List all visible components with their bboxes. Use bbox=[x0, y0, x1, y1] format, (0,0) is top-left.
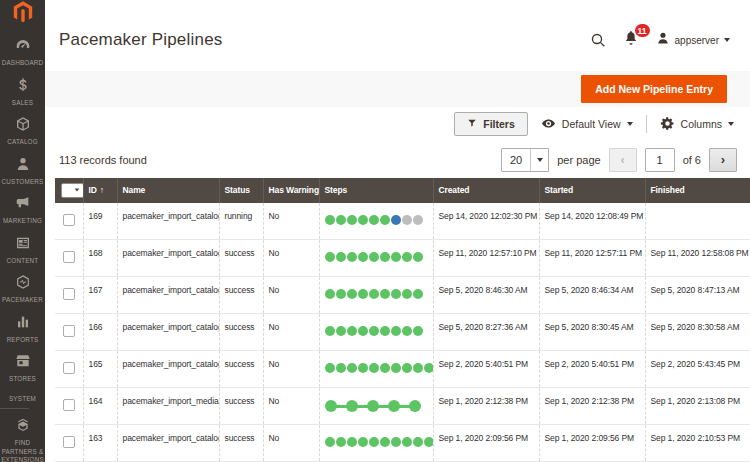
sidebar-item-reports[interactable]: REPORTS bbox=[0, 309, 45, 349]
step-dot-green bbox=[358, 326, 368, 336]
cell-select bbox=[55, 425, 83, 462]
table-row[interactable]: 165pacemaker_import_catalogsuccessNoSep … bbox=[55, 351, 750, 388]
step-dot-green bbox=[325, 437, 335, 447]
table-row[interactable]: 164pacemaker_import_mediasuccessNoSep 1,… bbox=[55, 388, 750, 425]
step-dot-green bbox=[347, 252, 357, 262]
view-control[interactable]: Default View bbox=[541, 116, 633, 133]
select-all-dropdown[interactable] bbox=[61, 183, 83, 198]
view-label: Default View bbox=[562, 118, 621, 130]
cell-steps bbox=[319, 314, 433, 351]
reports-icon bbox=[15, 314, 31, 334]
cell-select bbox=[55, 203, 83, 240]
select-all-column-header[interactable] bbox=[55, 178, 83, 203]
sidebar-item-label: STORES bbox=[9, 375, 36, 384]
cell-id: 166 bbox=[83, 314, 117, 351]
column-header-steps[interactable]: Steps bbox=[319, 178, 433, 203]
step-dot-green bbox=[325, 252, 335, 262]
sidebar-item-label: SYSTEM bbox=[9, 395, 36, 404]
content-icon bbox=[15, 235, 31, 255]
sidebar-item-customers[interactable]: CUSTOMERS bbox=[0, 151, 45, 191]
cell-steps bbox=[319, 277, 433, 314]
sidebar-item-sales[interactable]: SALES bbox=[0, 72, 45, 112]
action-bar: Add New Pipeline Entry bbox=[45, 71, 750, 107]
prev-page-button[interactable]: ‹ bbox=[609, 148, 637, 172]
catalog-icon bbox=[15, 116, 31, 136]
sidebar-item-content[interactable]: CONTENT bbox=[0, 230, 45, 270]
cell-id: 167 bbox=[83, 277, 117, 314]
step-dot-green bbox=[369, 215, 379, 225]
step-dot-green bbox=[380, 326, 390, 336]
cell-id: 165 bbox=[83, 351, 117, 388]
column-header-created[interactable]: Created bbox=[433, 178, 539, 203]
step-dot-green bbox=[424, 363, 434, 373]
sidebar-item-find-partners-extensions[interactable]: FIND PARTNERS & EXTENSIONS bbox=[0, 412, 45, 462]
row-checkbox[interactable] bbox=[63, 362, 75, 374]
step-dot-green bbox=[413, 289, 423, 299]
current-page-input[interactable] bbox=[645, 148, 675, 172]
column-header-status[interactable]: Status bbox=[219, 178, 263, 203]
user-menu[interactable]: appserver bbox=[656, 31, 730, 49]
magento-logo[interactable] bbox=[0, 0, 45, 28]
add-new-pipeline-entry-button[interactable]: Add New Pipeline Entry bbox=[581, 75, 727, 103]
sidebar-item-stores[interactable]: STORES bbox=[0, 348, 45, 388]
cell-has-warning: No bbox=[263, 388, 319, 425]
sidebar-item-marketing[interactable]: MARKETING bbox=[0, 190, 45, 230]
row-checkbox[interactable] bbox=[63, 325, 75, 337]
column-header-started[interactable]: Started bbox=[539, 178, 645, 203]
dashboard-icon bbox=[15, 37, 31, 57]
main-content: Pacemaker Pipelines 11 appserver Add New… bbox=[45, 0, 750, 462]
column-header-id[interactable]: ID↑ bbox=[83, 178, 117, 203]
step-dot-green bbox=[369, 326, 379, 336]
row-checkbox[interactable] bbox=[63, 214, 75, 226]
sidebar-item-label: MARKETING bbox=[3, 217, 42, 226]
column-header-has-warning[interactable]: Has Warning bbox=[263, 178, 319, 203]
cell-created: Sep 1, 2020 2:12:38 PM bbox=[433, 388, 539, 425]
table-row[interactable]: 166pacemaker_import_catalogsuccessNoSep … bbox=[55, 314, 750, 351]
steps-indicator bbox=[325, 437, 428, 447]
table-row[interactable]: 163pacemaker_import_catalogsuccessNoSep … bbox=[55, 425, 750, 462]
sidebar-nav: DASHBOARDSALESCATALOGCUSTOMERSMARKETINGC… bbox=[0, 32, 45, 462]
cell-created: Sep 5, 2020 8:46:30 AM bbox=[433, 277, 539, 314]
sidebar-item-system[interactable]: SYSTEM bbox=[0, 388, 45, 408]
cell-has-warning: No bbox=[263, 277, 319, 314]
step-dot-green bbox=[325, 326, 335, 336]
sidebar-item-label: CONTENT bbox=[7, 257, 39, 266]
step-dot-green bbox=[336, 289, 346, 299]
sidebar-item-dashboard[interactable]: DASHBOARD bbox=[0, 32, 45, 72]
step-dot-green bbox=[424, 437, 434, 447]
table-row[interactable]: 168pacemaker_import_catalogsuccessNoSep … bbox=[55, 240, 750, 277]
toolbar-divider bbox=[646, 115, 647, 133]
step-dot-green bbox=[336, 215, 346, 225]
column-header-name[interactable]: Name bbox=[117, 178, 219, 203]
cell-finished: Sep 5, 2020 8:30:58 AM bbox=[645, 314, 750, 351]
next-page-button[interactable]: › bbox=[709, 148, 737, 172]
column-header-finished[interactable]: Finished bbox=[645, 178, 750, 203]
search-icon[interactable] bbox=[590, 32, 606, 48]
step-dot-green bbox=[358, 363, 368, 373]
filters-button[interactable]: Filters bbox=[454, 112, 528, 136]
step-dot-green bbox=[413, 326, 423, 336]
row-checkbox[interactable] bbox=[63, 251, 75, 263]
sort-asc-icon: ↑ bbox=[100, 185, 104, 195]
step-dot-green bbox=[402, 326, 412, 336]
row-checkbox[interactable] bbox=[63, 288, 75, 300]
table-row[interactable]: 167pacemaker_import_catalogsuccessNoSep … bbox=[55, 277, 750, 314]
cell-steps bbox=[319, 425, 433, 462]
sidebar-item-pacemaker[interactable]: PACEMAKER bbox=[0, 269, 45, 309]
steps-indicator bbox=[325, 326, 428, 336]
cell-finished: Sep 5, 2020 8:47:13 AM bbox=[645, 277, 750, 314]
header-actions: 11 appserver bbox=[590, 30, 730, 50]
notifications-button[interactable]: 11 bbox=[623, 30, 639, 50]
table-row[interactable]: 169pacemaker_import_catalogrunningNoSep … bbox=[55, 203, 750, 240]
cell-started: Sep 2, 2020 5:40:51 PM bbox=[539, 351, 645, 388]
sidebar-item-catalog[interactable]: CATALOG bbox=[0, 111, 45, 151]
cell-started: Sep 11, 2020 12:57:11 PM bbox=[539, 240, 645, 277]
per-page-select[interactable]: 20 bbox=[501, 148, 549, 172]
row-checkbox[interactable] bbox=[63, 399, 75, 411]
user-icon bbox=[656, 31, 670, 49]
sidebar: DASHBOARDSALESCATALOGCUSTOMERSMARKETINGC… bbox=[0, 0, 45, 462]
columns-control[interactable]: Columns bbox=[660, 116, 734, 133]
row-checkbox[interactable] bbox=[63, 436, 75, 448]
cell-started: Sep 14, 2020 12:08:49 PM bbox=[539, 203, 645, 240]
step-dot-green bbox=[336, 363, 346, 373]
